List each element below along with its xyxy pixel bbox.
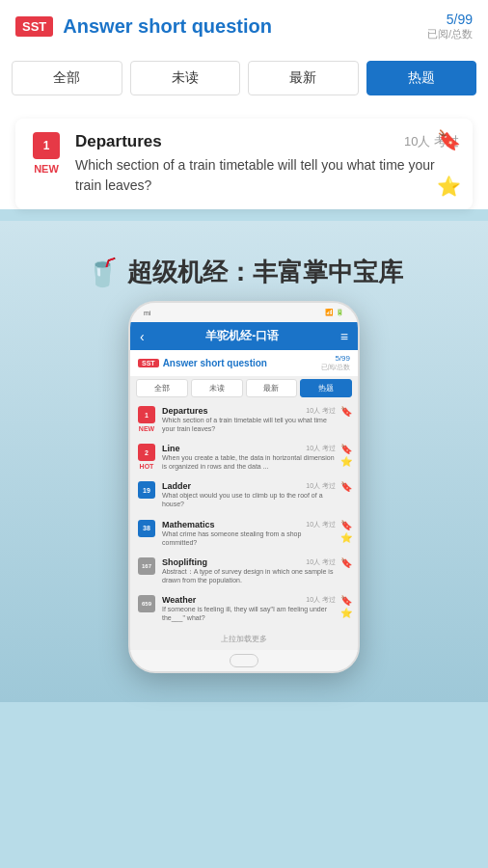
- back-icon[interactable]: ‹: [140, 329, 145, 344]
- sst-badge: SST: [15, 16, 53, 37]
- bookmark-icon[interactable]: 🔖: [340, 595, 352, 606]
- star-icon[interactable]: ⭐: [340, 608, 352, 618]
- item-number: 167: [138, 557, 155, 575]
- home-button[interactable]: [230, 654, 258, 667]
- item-number: 19: [138, 481, 155, 499]
- phone-section: mi 📶 🔋 ‹ 羊驼机经-口语 ≡ SST Answer short ques…: [0, 301, 488, 683]
- bookmark-icon[interactable]: 🔖: [340, 557, 352, 568]
- banner-section: 🥤 超级机经：丰富掌中宝库: [0, 236, 488, 301]
- bookmark-icon[interactable]: 🔖: [340, 406, 352, 417]
- phone-bottom-bar: [130, 650, 358, 671]
- page-title: Answer short question: [63, 15, 272, 38]
- phone-nav-bar: ‹ 羊驼机经-口语 ≡: [130, 322, 358, 350]
- header-bar: SST Answer short question 5/99 已阅/总数: [0, 0, 488, 53]
- list-item[interactable]: 19 Ladder 10人 考过 What object would you u…: [136, 476, 352, 514]
- bookmark-icon[interactable]: 🔖: [340, 520, 352, 530]
- item-badge: NEW: [139, 425, 154, 432]
- question-number: 1: [33, 132, 60, 159]
- phone-list: 1 NEW Departures 10人 考过 Which section of…: [130, 401, 358, 628]
- load-more[interactable]: 上拉加载更多: [130, 628, 358, 650]
- new-badge: NEW: [34, 163, 59, 175]
- phone-tab-latest[interactable]: 最新: [246, 379, 298, 397]
- item-number: 38: [138, 520, 155, 537]
- item-number: 1: [138, 406, 155, 423]
- phone-mockup: mi 📶 🔋 ‹ 羊驼机经-口语 ≡ SST Answer short ques…: [128, 301, 360, 673]
- list-item[interactable]: 38 Mathematics 10人 考过 What crime has som…: [136, 515, 352, 553]
- question-card: 1 NEW Departures 10人 考过 Which section of…: [15, 119, 473, 209]
- phone-header: SST Answer short question 5/99 已阅/总数: [130, 350, 358, 376]
- banner-text: 超级机经：丰富掌中宝库: [127, 256, 403, 289]
- phone-notch: mi 📶 🔋: [130, 303, 358, 322]
- bookmark-icon[interactable]: 🔖: [437, 128, 461, 151]
- phone-sst-badge: SST: [138, 359, 159, 367]
- list-item[interactable]: 2 HOT Line 10人 考过 When you create a tabl…: [136, 439, 352, 476]
- list-item[interactable]: 659 Weather 10人 考过 If someone is feeling…: [136, 590, 352, 628]
- banner-emoji: 🥤: [86, 257, 120, 288]
- phone-tabs: 全部 未读 最新 热题: [130, 376, 358, 401]
- phone-count: 5/99: [321, 354, 350, 363]
- phone-tab-unread[interactable]: 未读: [191, 379, 243, 397]
- item-badge: HOT: [140, 463, 154, 470]
- star-icon[interactable]: ⭐: [437, 175, 461, 198]
- progress-label: 已阅/总数: [427, 27, 473, 41]
- item-number: 659: [138, 595, 155, 612]
- phone-tab-all[interactable]: 全部: [136, 379, 188, 397]
- card-text: Which section of a train timetable will …: [75, 155, 459, 196]
- phone-count-sub: 已阅/总数: [321, 363, 350, 372]
- progress-count: 5/99: [427, 12, 473, 27]
- card-title: Departures: [75, 132, 162, 151]
- menu-icon[interactable]: ≡: [340, 329, 348, 344]
- list-item[interactable]: 167 Shoplifting 10人 考过 Abstract：A type o…: [136, 553, 352, 590]
- tab-unread[interactable]: 未读: [130, 61, 241, 95]
- list-item[interactable]: 1 NEW Departures 10人 考过 Which section of…: [136, 401, 352, 439]
- phone-question-title: Answer short question: [163, 358, 267, 368]
- star-icon[interactable]: ⭐: [340, 456, 352, 467]
- phone-nav-title: 羊驼机经-口语: [205, 328, 279, 344]
- tab-latest[interactable]: 最新: [248, 61, 359, 95]
- bookmark-icon[interactable]: 🔖: [340, 481, 352, 492]
- star-icon[interactable]: ⭐: [340, 532, 352, 543]
- phone-tab-hot[interactable]: 热题: [300, 379, 352, 397]
- tab-all[interactable]: 全部: [12, 61, 122, 95]
- bookmark-icon[interactable]: 🔖: [340, 444, 352, 454]
- tab-bar: 全部 未读 最新 热题: [0, 53, 488, 107]
- tab-hot[interactable]: 热题: [366, 61, 477, 95]
- item-number: 2: [138, 444, 155, 461]
